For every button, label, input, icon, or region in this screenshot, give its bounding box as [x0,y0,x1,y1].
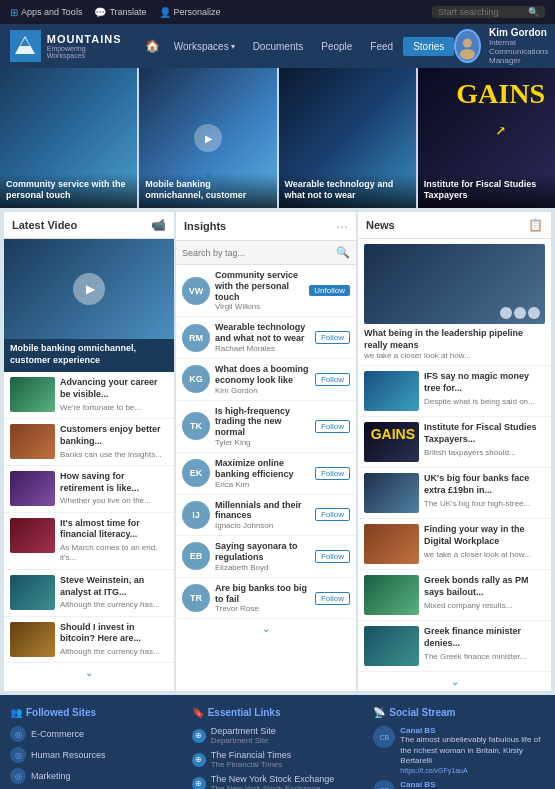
insight-item[interactable]: TK Is high-frequency trading the new nor… [176,401,356,453]
link-main: Department Site [211,726,276,736]
insights-title: Insights [184,220,226,232]
home-icon[interactable]: 🏠 [139,35,166,57]
user-area: Kim Gordon Internal Communications Manag… [454,27,555,65]
insight-avatar: IJ [182,501,210,529]
insight-item[interactable]: RM Wearable technology and what not to w… [176,317,356,359]
insights-search[interactable]: 🔍 [176,241,356,265]
footer-site-item[interactable]: ◎ Human Resources [10,747,182,763]
news-item[interactable]: UK's big four banks face extra £19bn in.… [358,468,551,519]
svg-point-2 [463,38,472,47]
site-label: E-Commerce [31,729,84,739]
insight-item[interactable]: VW Community service with the personal t… [176,265,356,317]
news-info: IFS say no magic money tree for... Despi… [424,371,545,411]
news-item[interactable]: Greek bonds rally as PM says bailout... … [358,570,551,621]
translate-item[interactable]: 💬 Translate [94,7,146,18]
news-item[interactable]: Greek finance minister denies... The Gre… [358,621,551,672]
top-search-input[interactable] [438,7,528,17]
latest-video-column: Latest Video 📹 Mobile banking omnichanne… [4,212,174,691]
load-more-insights[interactable]: ⌄ [176,619,356,638]
footer-site-item[interactable]: ◎ E-Commerce [10,726,182,742]
hero-title-1: Community service with the personal touc… [6,179,131,202]
footer-link-item[interactable]: ⊕ The Financial Times The Financial Time… [192,750,364,769]
follow-button[interactable]: Follow [315,420,350,433]
logo-box [10,30,41,62]
hero-section: Community service with the personal touc… [0,68,555,208]
news-item-title: Finding your way in the Digital Workplac… [424,524,545,547]
hero-item-2[interactable]: Mobile banking omnichannel, customer [139,68,276,208]
unfollow-button[interactable]: Unfollow [309,285,350,296]
insights-search-input[interactable] [182,248,332,258]
news-item[interactable]: IFS say no magic money tree for... Despi… [358,366,551,417]
user-name: Kim Gordon [489,27,555,38]
social-content: The almost unbelievably fabulous life of… [400,735,545,766]
list-item[interactable]: How saving for retirement is like... Whe… [4,466,174,513]
list-item[interactable]: It's almost time for financial literacy.… [4,513,174,570]
insight-item[interactable]: EK Maximize online banking efficiency Er… [176,453,356,495]
social-item[interactable]: CB Canal BS The almost unbelievably fabu… [373,726,545,773]
follow-button[interactable]: Follow [315,592,350,605]
footer-link-item[interactable]: ⊕ Department Site Department Site [192,726,364,745]
news-feature-item[interactable]: What being in the leadership pipeline re… [358,239,551,366]
nav-stories[interactable]: Stories [403,37,454,56]
hero-overlay-3: Wearable technology and what not to wear [279,173,416,208]
follow-button[interactable]: Follow [315,373,350,386]
follow-button[interactable]: Follow [315,508,350,521]
list-info: Steve Weinstein, an analyst at ITG... Al… [60,575,168,611]
news-item[interactable]: GAINS Institute for Fiscal Studies Taxpa… [358,417,551,468]
insight-item[interactable]: TR Are big banks too big to fail Trevor … [176,578,356,620]
news-item-desc: we take a closer look at how... [424,550,545,560]
insight-author: Ignacio Johnson [215,521,310,530]
news-thumb [364,473,419,513]
more-options-icon[interactable]: ··· [336,218,348,234]
news-info: Greek finance minister denies... The Gre… [424,626,545,666]
personalize-item[interactable]: 👤 Personalize [159,7,221,18]
nav-bar: MOUNTAINS Empowering Workspaces 🏠 Worksp… [0,24,555,68]
footer-link-item[interactable]: ⊕ The New York Stock Exchange The New Yo… [192,774,364,789]
list-item[interactable]: Customers enjoy better banking... Banks … [4,419,174,466]
insight-item[interactable]: IJ Millennials and their finances Ignaci… [176,495,356,537]
list-info: Advancing your career be visible... We'r… [60,377,168,413]
nav-feed[interactable]: Feed [362,37,401,56]
link-sub: Department Site [211,736,276,745]
site-icon: ◎ [10,768,26,784]
apps-tools-item[interactable]: ⊞ Apps and Tools [10,7,82,18]
news-icon: 📋 [528,218,543,232]
social-item[interactable]: CB Canal BS US markets are lower https:/… [373,780,545,789]
insights-search-icon[interactable]: 🔍 [336,246,350,259]
main-content: Latest Video 📹 Mobile banking omnichanne… [0,208,555,695]
insight-title: Are big banks too big to fail [215,583,310,605]
news-item[interactable]: Finding your way in the Digital Workplac… [358,519,551,570]
list-item[interactable]: Should I invest in bitcoin? Here are... … [4,617,174,664]
svg-marker-1 [20,38,30,46]
hero-play-icon [194,124,222,152]
load-more-news[interactable]: ⌄ [358,672,551,691]
footer-site-item[interactable]: ◎ Marketing [10,768,182,784]
latest-video-title: Latest Video [12,219,77,231]
link-text: The New York Stock Exchange The New York… [211,774,335,789]
insight-content: Millennials and their finances Ignacio J… [215,500,310,531]
follow-button[interactable]: Follow [315,550,350,563]
social-link[interactable]: https://t.co/vGFy1auA [400,767,545,774]
list-item[interactable]: Advancing your career be visible... We'r… [4,372,174,419]
load-more-video[interactable]: ⌄ [4,663,174,682]
news-info: Finding your way in the Digital Workplac… [424,524,545,564]
follow-button[interactable]: Follow [315,331,350,344]
insight-content: What does a booming economy look like Ki… [215,364,310,395]
follow-button[interactable]: Follow [315,467,350,480]
nav-documents[interactable]: Documents [245,37,312,56]
nav-people[interactable]: People [313,37,360,56]
list-item[interactable]: Steve Weinstein, an analyst at ITG... Al… [4,570,174,617]
top-search[interactable]: 🔍 [432,6,545,18]
apps-tools-label: Apps and Tools [21,7,82,17]
list-title: Should I invest in bitcoin? Here are... [60,622,168,645]
insight-item[interactable]: KG What does a booming economy look like… [176,359,356,401]
insight-content: Saying sayonara to regulations Elizabeth… [215,541,310,572]
hero-item-4[interactable]: GAINS↗ Institute for Fiscal Studies Taxp… [418,68,555,208]
insight-item[interactable]: EB Saying sayonara to regulations Elizab… [176,536,356,578]
nav-workspaces[interactable]: Workspaces▾ [166,37,243,56]
featured-video-thumb[interactable] [4,239,174,339]
hero-item-1[interactable]: Community service with the personal touc… [0,68,137,208]
site-label: Human Resources [31,750,106,760]
hero-item-3[interactable]: Wearable technology and what not to wear [279,68,416,208]
link-text: The Financial Times The Financial Times [211,750,292,769]
